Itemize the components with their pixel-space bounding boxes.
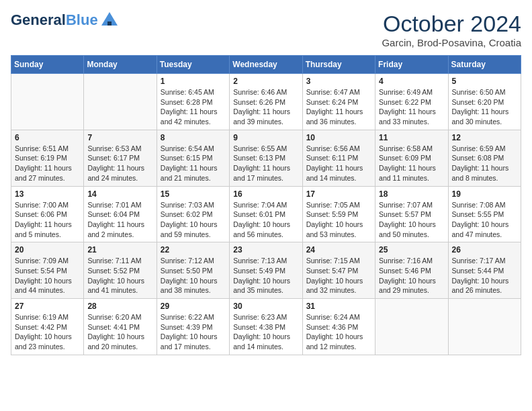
day-number: 31 (306, 302, 371, 311)
day-info: Sunrise: 6:50 AMSunset: 6:20 PMDaylight:… (452, 88, 509, 126)
calendar-day-cell: 30 Sunrise: 6:23 AMSunset: 4:38 PMDaylig… (230, 299, 302, 355)
calendar-day-cell: 16 Sunrise: 7:04 AMSunset: 6:01 PMDaylig… (230, 186, 302, 242)
day-info: Sunrise: 7:09 AMSunset: 5:54 PMDaylight:… (15, 257, 72, 294)
day-number: 28 (87, 302, 152, 311)
day-number: 1 (161, 77, 226, 86)
calendar-day-cell: 3 Sunrise: 6:47 AMSunset: 6:24 PMDayligh… (302, 74, 375, 130)
day-number: 7 (87, 133, 152, 142)
calendar-day-cell: 11 Sunrise: 6:58 AMSunset: 6:09 PMDaylig… (375, 130, 448, 186)
logo-icon (100, 11, 119, 30)
svg-rect-1 (107, 21, 112, 26)
day-info: Sunrise: 7:13 AMSunset: 5:49 PMDaylight:… (233, 257, 290, 294)
day-number: 10 (306, 133, 371, 142)
day-number: 13 (15, 189, 80, 199)
day-number: 5 (452, 77, 517, 86)
calendar-day-cell: 22 Sunrise: 7:12 AMSunset: 5:50 PMDaylig… (157, 242, 229, 299)
calendar-table: SundayMondayTuesdayWednesdayThursdayFrid… (11, 55, 521, 355)
day-info: Sunrise: 7:00 AMSunset: 6:06 PMDaylight:… (15, 201, 72, 238)
weekday-header: Tuesday (157, 56, 229, 74)
weekday-header: Thursday (302, 56, 375, 74)
calendar-day-cell (375, 299, 448, 355)
logo-general: General (11, 11, 66, 28)
calendar-day-cell: 18 Sunrise: 7:07 AMSunset: 5:57 PMDaylig… (375, 186, 448, 242)
calendar-day-cell (11, 74, 84, 130)
weekday-header: Saturday (448, 56, 521, 74)
day-number: 30 (233, 302, 298, 311)
day-number: 29 (161, 302, 226, 311)
calendar-day-cell: 20 Sunrise: 7:09 AMSunset: 5:54 PMDaylig… (11, 242, 84, 299)
weekday-header: Sunday (11, 56, 84, 74)
calendar-day-cell: 5 Sunrise: 6:50 AMSunset: 6:20 PMDayligh… (448, 74, 521, 130)
logo: GeneralBlue (11, 11, 119, 30)
day-number: 15 (161, 189, 226, 199)
day-info: Sunrise: 7:05 AMSunset: 5:59 PMDaylight:… (306, 201, 363, 238)
day-number: 18 (379, 189, 444, 199)
day-number: 14 (87, 189, 152, 199)
location-title: Garcin, Brod-Posavina, Croatia (382, 37, 521, 48)
calendar-day-cell: 13 Sunrise: 7:00 AMSunset: 6:06 PMDaylig… (11, 186, 84, 242)
calendar-day-cell: 6 Sunrise: 6:51 AMSunset: 6:19 PMDayligh… (11, 130, 84, 186)
calendar-day-cell: 2 Sunrise: 6:46 AMSunset: 6:26 PMDayligh… (230, 74, 302, 130)
day-number: 8 (161, 133, 226, 142)
day-number: 26 (452, 245, 517, 255)
day-number: 3 (306, 77, 371, 86)
calendar-day-cell: 31 Sunrise: 6:24 AMSunset: 4:36 PMDaylig… (302, 299, 375, 355)
day-info: Sunrise: 6:24 AMSunset: 4:36 PMDaylight:… (306, 313, 363, 351)
day-number: 4 (379, 77, 444, 86)
calendar-day-cell: 21 Sunrise: 7:11 AMSunset: 5:52 PMDaylig… (84, 242, 157, 299)
day-info: Sunrise: 6:56 AMSunset: 6:11 PMDaylight:… (306, 144, 363, 182)
calendar-day-cell: 8 Sunrise: 6:54 AMSunset: 6:15 PMDayligh… (157, 130, 229, 186)
day-info: Sunrise: 7:16 AMSunset: 5:46 PMDaylight:… (379, 257, 436, 294)
day-info: Sunrise: 6:53 AMSunset: 6:17 PMDaylight:… (87, 144, 144, 182)
calendar-day-cell: 19 Sunrise: 7:08 AMSunset: 5:55 PMDaylig… (448, 186, 521, 242)
calendar-week-row: 13 Sunrise: 7:00 AMSunset: 6:06 PMDaylig… (11, 186, 521, 242)
day-number: 21 (87, 245, 152, 255)
calendar-day-cell: 29 Sunrise: 6:22 AMSunset: 4:39 PMDaylig… (157, 299, 229, 355)
logo-text: GeneralBlue (11, 12, 98, 28)
day-info: Sunrise: 6:49 AMSunset: 6:22 PMDaylight:… (379, 88, 436, 126)
day-info: Sunrise: 6:46 AMSunset: 6:26 PMDaylight:… (233, 88, 290, 126)
logo-blue: Blue (66, 11, 98, 28)
day-info: Sunrise: 7:17 AMSunset: 5:44 PMDaylight:… (452, 257, 509, 294)
calendar-day-cell: 9 Sunrise: 6:55 AMSunset: 6:13 PMDayligh… (230, 130, 302, 186)
weekday-header: Wednesday (230, 56, 302, 74)
day-number: 2 (233, 77, 298, 86)
calendar-day-cell (84, 74, 157, 130)
weekday-header: Monday (84, 56, 157, 74)
day-number: 12 (452, 133, 517, 142)
title-block: October 2024 Garcin, Brod-Posavina, Croa… (382, 11, 521, 48)
calendar-day-cell: 1 Sunrise: 6:45 AMSunset: 6:28 PMDayligh… (157, 74, 229, 130)
calendar-day-cell: 25 Sunrise: 7:16 AMSunset: 5:46 PMDaylig… (375, 242, 448, 299)
day-number: 11 (379, 133, 444, 142)
calendar-day-cell: 10 Sunrise: 6:56 AMSunset: 6:11 PMDaylig… (302, 130, 375, 186)
weekday-header-row: SundayMondayTuesdayWednesdayThursdayFrid… (11, 56, 521, 74)
day-number: 17 (306, 189, 371, 199)
day-number: 27 (15, 302, 80, 311)
month-title: October 2024 (382, 11, 521, 37)
day-info: Sunrise: 7:11 AMSunset: 5:52 PMDaylight:… (87, 257, 144, 294)
calendar-day-cell: 26 Sunrise: 7:17 AMSunset: 5:44 PMDaylig… (448, 242, 521, 299)
day-info: Sunrise: 6:55 AMSunset: 6:13 PMDaylight:… (233, 144, 290, 182)
day-info: Sunrise: 6:59 AMSunset: 6:08 PMDaylight:… (452, 144, 509, 182)
day-info: Sunrise: 7:08 AMSunset: 5:55 PMDaylight:… (452, 201, 509, 238)
day-info: Sunrise: 7:04 AMSunset: 6:01 PMDaylight:… (233, 201, 290, 238)
day-info: Sunrise: 6:54 AMSunset: 6:15 PMDaylight:… (161, 144, 218, 182)
day-number: 9 (233, 133, 298, 142)
day-number: 20 (15, 245, 80, 255)
day-info: Sunrise: 6:47 AMSunset: 6:24 PMDaylight:… (306, 88, 363, 126)
day-info: Sunrise: 6:51 AMSunset: 6:19 PMDaylight:… (15, 144, 72, 182)
calendar-day-cell: 12 Sunrise: 6:59 AMSunset: 6:08 PMDaylig… (448, 130, 521, 186)
day-info: Sunrise: 6:23 AMSunset: 4:38 PMDaylight:… (233, 313, 290, 351)
day-info: Sunrise: 7:15 AMSunset: 5:47 PMDaylight:… (306, 257, 363, 294)
calendar-day-cell: 27 Sunrise: 6:19 AMSunset: 4:42 PMDaylig… (11, 299, 84, 355)
day-info: Sunrise: 6:19 AMSunset: 4:42 PMDaylight:… (15, 313, 72, 351)
calendar-week-row: 27 Sunrise: 6:19 AMSunset: 4:42 PMDaylig… (11, 299, 521, 355)
calendar-day-cell: 23 Sunrise: 7:13 AMSunset: 5:49 PMDaylig… (230, 242, 302, 299)
day-info: Sunrise: 6:58 AMSunset: 6:09 PMDaylight:… (379, 144, 436, 182)
day-info: Sunrise: 6:45 AMSunset: 6:28 PMDaylight:… (161, 88, 218, 126)
page-header: GeneralBlue October 2024 Garcin, Brod-Po… (11, 11, 521, 48)
day-number: 19 (452, 189, 517, 199)
day-number: 24 (306, 245, 371, 255)
day-number: 22 (161, 245, 226, 255)
day-info: Sunrise: 7:07 AMSunset: 5:57 PMDaylight:… (379, 201, 436, 238)
